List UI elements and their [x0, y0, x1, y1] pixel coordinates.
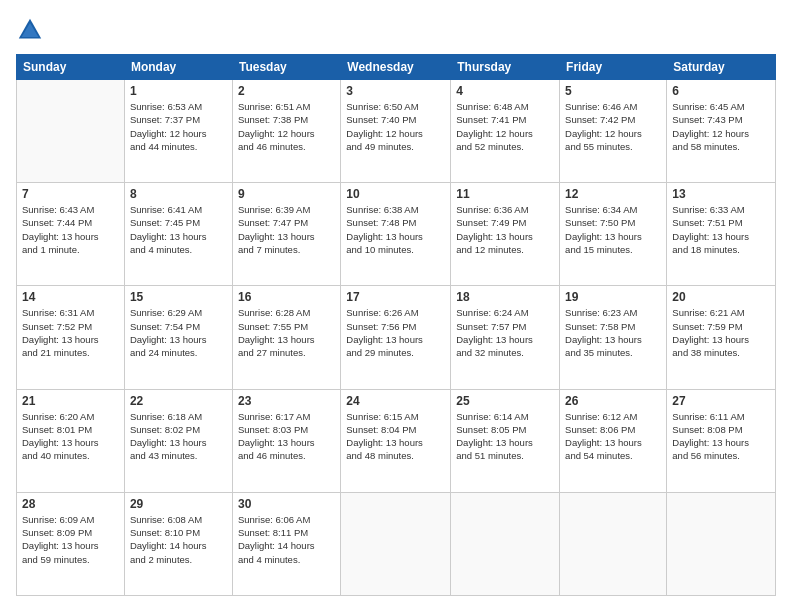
- calendar-cell: [667, 492, 776, 595]
- day-info: Sunrise: 6:28 AM Sunset: 7:55 PM Dayligh…: [238, 306, 335, 359]
- calendar-week-row: 28Sunrise: 6:09 AM Sunset: 8:09 PM Dayli…: [17, 492, 776, 595]
- day-info: Sunrise: 6:45 AM Sunset: 7:43 PM Dayligh…: [672, 100, 770, 153]
- day-info: Sunrise: 6:34 AM Sunset: 7:50 PM Dayligh…: [565, 203, 661, 256]
- day-number: 14: [22, 290, 119, 304]
- calendar-cell: 12Sunrise: 6:34 AM Sunset: 7:50 PM Dayli…: [560, 183, 667, 286]
- day-number: 16: [238, 290, 335, 304]
- calendar-cell: 19Sunrise: 6:23 AM Sunset: 7:58 PM Dayli…: [560, 286, 667, 389]
- day-info: Sunrise: 6:48 AM Sunset: 7:41 PM Dayligh…: [456, 100, 554, 153]
- calendar-cell: [17, 80, 125, 183]
- calendar-cell: 25Sunrise: 6:14 AM Sunset: 8:05 PM Dayli…: [451, 389, 560, 492]
- day-number: 12: [565, 187, 661, 201]
- day-info: Sunrise: 6:09 AM Sunset: 8:09 PM Dayligh…: [22, 513, 119, 566]
- calendar-header-row: SundayMondayTuesdayWednesdayThursdayFrid…: [17, 55, 776, 80]
- day-info: Sunrise: 6:08 AM Sunset: 8:10 PM Dayligh…: [130, 513, 227, 566]
- day-info: Sunrise: 6:15 AM Sunset: 8:04 PM Dayligh…: [346, 410, 445, 463]
- calendar-week-row: 1Sunrise: 6:53 AM Sunset: 7:37 PM Daylig…: [17, 80, 776, 183]
- day-info: Sunrise: 6:36 AM Sunset: 7:49 PM Dayligh…: [456, 203, 554, 256]
- weekday-header: Sunday: [17, 55, 125, 80]
- calendar-cell: [341, 492, 451, 595]
- day-info: Sunrise: 6:29 AM Sunset: 7:54 PM Dayligh…: [130, 306, 227, 359]
- calendar-cell: 3Sunrise: 6:50 AM Sunset: 7:40 PM Daylig…: [341, 80, 451, 183]
- weekday-header: Monday: [124, 55, 232, 80]
- day-number: 10: [346, 187, 445, 201]
- day-number: 9: [238, 187, 335, 201]
- day-info: Sunrise: 6:23 AM Sunset: 7:58 PM Dayligh…: [565, 306, 661, 359]
- calendar-cell: 9Sunrise: 6:39 AM Sunset: 7:47 PM Daylig…: [232, 183, 340, 286]
- day-number: 25: [456, 394, 554, 408]
- day-number: 8: [130, 187, 227, 201]
- calendar-cell: 14Sunrise: 6:31 AM Sunset: 7:52 PM Dayli…: [17, 286, 125, 389]
- logo: [16, 16, 46, 44]
- day-number: 4: [456, 84, 554, 98]
- day-info: Sunrise: 6:51 AM Sunset: 7:38 PM Dayligh…: [238, 100, 335, 153]
- calendar-cell: 20Sunrise: 6:21 AM Sunset: 7:59 PM Dayli…: [667, 286, 776, 389]
- page: SundayMondayTuesdayWednesdayThursdayFrid…: [0, 0, 792, 612]
- header: [16, 16, 776, 44]
- day-number: 19: [565, 290, 661, 304]
- calendar-cell: [560, 492, 667, 595]
- calendar-cell: 11Sunrise: 6:36 AM Sunset: 7:49 PM Dayli…: [451, 183, 560, 286]
- day-info: Sunrise: 6:12 AM Sunset: 8:06 PM Dayligh…: [565, 410, 661, 463]
- day-number: 6: [672, 84, 770, 98]
- day-number: 7: [22, 187, 119, 201]
- day-info: Sunrise: 6:38 AM Sunset: 7:48 PM Dayligh…: [346, 203, 445, 256]
- calendar-cell: 21Sunrise: 6:20 AM Sunset: 8:01 PM Dayli…: [17, 389, 125, 492]
- calendar-cell: 24Sunrise: 6:15 AM Sunset: 8:04 PM Dayli…: [341, 389, 451, 492]
- day-number: 15: [130, 290, 227, 304]
- day-info: Sunrise: 6:11 AM Sunset: 8:08 PM Dayligh…: [672, 410, 770, 463]
- day-number: 29: [130, 497, 227, 511]
- weekday-header: Friday: [560, 55, 667, 80]
- calendar-cell: 23Sunrise: 6:17 AM Sunset: 8:03 PM Dayli…: [232, 389, 340, 492]
- calendar-cell: 17Sunrise: 6:26 AM Sunset: 7:56 PM Dayli…: [341, 286, 451, 389]
- day-number: 26: [565, 394, 661, 408]
- day-number: 18: [456, 290, 554, 304]
- calendar-cell: 15Sunrise: 6:29 AM Sunset: 7:54 PM Dayli…: [124, 286, 232, 389]
- calendar-week-row: 21Sunrise: 6:20 AM Sunset: 8:01 PM Dayli…: [17, 389, 776, 492]
- day-number: 30: [238, 497, 335, 511]
- logo-icon: [16, 16, 44, 44]
- weekday-header: Saturday: [667, 55, 776, 80]
- weekday-header: Tuesday: [232, 55, 340, 80]
- day-info: Sunrise: 6:31 AM Sunset: 7:52 PM Dayligh…: [22, 306, 119, 359]
- day-info: Sunrise: 6:53 AM Sunset: 7:37 PM Dayligh…: [130, 100, 227, 153]
- calendar-cell: 4Sunrise: 6:48 AM Sunset: 7:41 PM Daylig…: [451, 80, 560, 183]
- day-number: 2: [238, 84, 335, 98]
- calendar-cell: 13Sunrise: 6:33 AM Sunset: 7:51 PM Dayli…: [667, 183, 776, 286]
- day-number: 21: [22, 394, 119, 408]
- calendar-cell: [451, 492, 560, 595]
- day-info: Sunrise: 6:18 AM Sunset: 8:02 PM Dayligh…: [130, 410, 227, 463]
- calendar-cell: 27Sunrise: 6:11 AM Sunset: 8:08 PM Dayli…: [667, 389, 776, 492]
- calendar-cell: 5Sunrise: 6:46 AM Sunset: 7:42 PM Daylig…: [560, 80, 667, 183]
- day-info: Sunrise: 6:17 AM Sunset: 8:03 PM Dayligh…: [238, 410, 335, 463]
- day-info: Sunrise: 6:21 AM Sunset: 7:59 PM Dayligh…: [672, 306, 770, 359]
- calendar-cell: 18Sunrise: 6:24 AM Sunset: 7:57 PM Dayli…: [451, 286, 560, 389]
- day-info: Sunrise: 6:33 AM Sunset: 7:51 PM Dayligh…: [672, 203, 770, 256]
- day-number: 5: [565, 84, 661, 98]
- day-number: 28: [22, 497, 119, 511]
- calendar-cell: 28Sunrise: 6:09 AM Sunset: 8:09 PM Dayli…: [17, 492, 125, 595]
- calendar-week-row: 7Sunrise: 6:43 AM Sunset: 7:44 PM Daylig…: [17, 183, 776, 286]
- calendar-cell: 10Sunrise: 6:38 AM Sunset: 7:48 PM Dayli…: [341, 183, 451, 286]
- calendar-cell: 7Sunrise: 6:43 AM Sunset: 7:44 PM Daylig…: [17, 183, 125, 286]
- day-info: Sunrise: 6:39 AM Sunset: 7:47 PM Dayligh…: [238, 203, 335, 256]
- calendar-cell: 29Sunrise: 6:08 AM Sunset: 8:10 PM Dayli…: [124, 492, 232, 595]
- day-number: 27: [672, 394, 770, 408]
- calendar-cell: 26Sunrise: 6:12 AM Sunset: 8:06 PM Dayli…: [560, 389, 667, 492]
- day-info: Sunrise: 6:20 AM Sunset: 8:01 PM Dayligh…: [22, 410, 119, 463]
- day-number: 20: [672, 290, 770, 304]
- calendar-cell: 22Sunrise: 6:18 AM Sunset: 8:02 PM Dayli…: [124, 389, 232, 492]
- day-info: Sunrise: 6:41 AM Sunset: 7:45 PM Dayligh…: [130, 203, 227, 256]
- day-info: Sunrise: 6:26 AM Sunset: 7:56 PM Dayligh…: [346, 306, 445, 359]
- day-number: 23: [238, 394, 335, 408]
- day-number: 11: [456, 187, 554, 201]
- calendar-cell: 6Sunrise: 6:45 AM Sunset: 7:43 PM Daylig…: [667, 80, 776, 183]
- day-info: Sunrise: 6:50 AM Sunset: 7:40 PM Dayligh…: [346, 100, 445, 153]
- day-number: 13: [672, 187, 770, 201]
- calendar-cell: 2Sunrise: 6:51 AM Sunset: 7:38 PM Daylig…: [232, 80, 340, 183]
- calendar-week-row: 14Sunrise: 6:31 AM Sunset: 7:52 PM Dayli…: [17, 286, 776, 389]
- day-number: 24: [346, 394, 445, 408]
- day-info: Sunrise: 6:46 AM Sunset: 7:42 PM Dayligh…: [565, 100, 661, 153]
- day-number: 1: [130, 84, 227, 98]
- day-info: Sunrise: 6:43 AM Sunset: 7:44 PM Dayligh…: [22, 203, 119, 256]
